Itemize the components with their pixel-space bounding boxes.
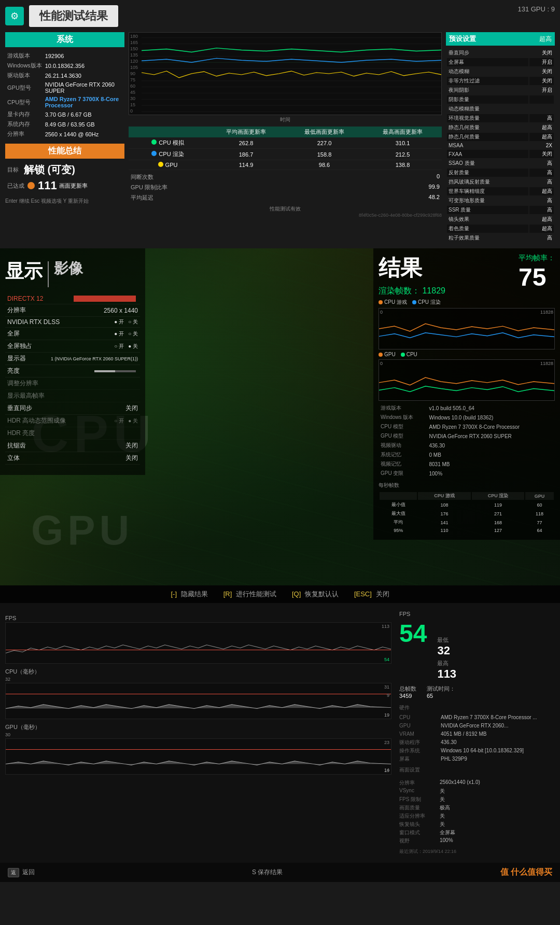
target-row: 目标 解锁 (可变) (5, 162, 124, 178)
table-row: 游戏版本 192906 (6, 51, 123, 60)
fps-min-label: 最低 (437, 636, 456, 644)
per-frame-label: 每秒帧数 (379, 482, 555, 489)
table-row: 挡风玻璃反射质量高 (447, 178, 554, 186)
table-row: 静态几何质量超高 (447, 123, 554, 132)
back-label: 返回 (22, 868, 35, 877)
table-row: 平均 141 168 77 (380, 518, 554, 526)
legend-cpu-2: CPU (407, 352, 417, 357)
table-row: 非等方性过滤关闭 (447, 77, 554, 85)
action-run-test[interactable]: [R] 进行性能测试 (223, 590, 276, 599)
hotkeys: Enter 继续 Esc 视频选项 Y 重新开始 (5, 198, 124, 205)
gs-window-row: 窗口模式 全屏幕 (399, 829, 555, 837)
gpu-max: 138.8 (363, 162, 442, 168)
vsync-menu-item[interactable]: 垂直同步 关闭 (5, 402, 140, 415)
cpu-render-label: CPU 渲染 (159, 151, 184, 157)
legend-cpu-game: CPU 游戏 (384, 299, 407, 306)
back-button[interactable]: 返 返回 (8, 868, 35, 877)
gpu-val: NVIDIA GeForce RTX 2060 SUPER (44, 81, 123, 94)
table-row: CPU 游戏 CPU 渲染 GPU (380, 492, 554, 500)
fps-max-label: 最高 (437, 660, 456, 667)
fps-val-label: 54 (384, 657, 389, 662)
table-row: 阴影质量 (447, 95, 554, 104)
hw-vram-row: VRAM 4051 MB / 8192 MB (399, 730, 555, 738)
fullscreen-menu-item[interactable]: 全屏 ● 开○ 关 (5, 328, 140, 340)
achieved-label: 已达成 (7, 182, 24, 190)
brightness-slider[interactable] (94, 370, 136, 372)
render-count-val: 11829 (422, 286, 445, 295)
table-row: 全屏幕开启 (447, 58, 554, 66)
vsync-menu-val: 关闭 (125, 404, 138, 413)
max-fps-menu-item: 显示最高帧率 (5, 390, 140, 402)
monitor-menu-item[interactable]: 显示器 1 (NVIDIA GeForce RTX 2060 SUPER(1)) (5, 353, 140, 365)
anti-alias-item[interactable]: 抗锯齿 关闭 (5, 440, 140, 452)
directx-label: DIRECTX 12 (7, 295, 43, 302)
gs-fps-key: FPS 限制 (399, 796, 436, 803)
system-info-table: 游戏版本 192906 Windows版本 10.0.18362.356 驱动版… (5, 50, 124, 139)
target-label: 目标 (7, 166, 19, 174)
table-row: 动态模糊质量 (447, 105, 554, 113)
test-time-val: 65 (427, 693, 455, 699)
table-row: 镜头效果超高 (447, 215, 554, 223)
gs-res-row: 分辨率 2560x1440 (x1.0) (399, 779, 555, 787)
cpu-sim-avg: 262.8 (207, 140, 285, 146)
restore-key: [Q] (292, 590, 301, 598)
test-date: 最近测试：2019/9/14 22:16 (399, 848, 555, 855)
gpu-watermark: GPU (31, 507, 133, 554)
fps-main: 54 最低 32 最高 113 (399, 619, 555, 681)
run-label: 进行性能测试 (236, 590, 276, 598)
table-row: 夜间阴影开启 (447, 86, 554, 94)
display-panel: 显示 影像 DIRECTX 12 分辨率 2560 x 1440 NVIDIA … (0, 248, 145, 475)
perf-header: 性能总结 (5, 144, 124, 159)
vram-label: 显卡内存 (6, 110, 43, 119)
exclusive-menu-item[interactable]: 全屏独占 ○ 开● 关 (5, 340, 140, 353)
windows-label: Windows版本 (6, 61, 43, 70)
table-row: GPU 114.9 98.6 138.8 (129, 160, 442, 170)
close-label: 关闭 (376, 590, 389, 598)
cpu-chart-scale: 32 (5, 677, 391, 682)
stereo-item[interactable]: 立体 关闭 (5, 452, 140, 465)
res-label: 分辨率 (6, 130, 43, 138)
table-row: 系统记忆 0 MB (380, 451, 554, 459)
action-hide[interactable]: [-] 隐藏结果 (171, 590, 208, 599)
table-row: 静态几何质量超高 (447, 133, 554, 141)
save-button[interactable]: S 保存结果 (252, 868, 283, 877)
vsync-menu-label: 垂直同步 (7, 404, 32, 413)
fps-min-val: 32 (437, 644, 456, 657)
action-restore[interactable]: [Q] 恢复默认认 (292, 590, 339, 599)
chart-svg (129, 33, 441, 115)
avg-fps-label: 平均帧率： (519, 254, 555, 263)
chart-legend: CPU 游戏 CPU 渲染 (379, 299, 555, 306)
hide-label: 隐藏结果 (181, 590, 208, 598)
dlss-menu-item[interactable]: NVIDIA RTX DLSS ● 开○ 关 (5, 317, 140, 328)
hw-gpu-val: NVIDIA GeForce RTX 2060... (441, 722, 508, 730)
resolution-menu-item[interactable]: 分辨率 2560 x 1440 (5, 304, 140, 317)
center-panel: 180 165 150 135 120 105 90 75 60 45 30 1… (129, 32, 442, 243)
gs-quality-val: 极高 (440, 804, 450, 811)
table-row: 最小值 108 119 60 (380, 501, 554, 509)
hw-monitor-key: 屏幕 (399, 755, 436, 763)
hw-cpu-row: CPU AMD Ryzen 7 3700X 8-Core Processor .… (399, 713, 555, 722)
res-menu-label: 分辨率 (7, 306, 26, 315)
action-close[interactable]: [ESC] 关闭 (354, 590, 389, 599)
vram-val: 3.70 GB / 6.67 GB (44, 110, 123, 119)
table-row: 驱动版本 26.21.14.3630 (6, 71, 123, 80)
result-top: 结果 渲染帧数： 11829 平均帧率： 75 (379, 254, 555, 299)
anti-alias-label: 抗锯齿 (7, 441, 26, 450)
avg-fps-val: 75 (519, 263, 555, 291)
fps-red-line (6, 650, 391, 650)
cpu-max-label: 31 (384, 684, 389, 690)
title-bar: ⚙ 性能测试结果 131 GPU : 9 (5, 5, 555, 27)
table-row: 垂直同步关闭 (447, 49, 554, 57)
hw-os-row: 操作系统 Windows 10 64-bit [10.0.18362.329] (399, 747, 555, 755)
gpu-chart-label: GPU（毫秒） (5, 723, 391, 731)
table-row: MSAA2X (447, 142, 554, 149)
directx-menu-item[interactable]: DIRECTX 12 (5, 293, 140, 304)
yellow-dot (158, 162, 163, 167)
brightness-menu-item[interactable]: 亮度 (5, 365, 140, 377)
fps-min-max: 最低 32 最高 113 (437, 636, 456, 681)
exclusive-label: 全屏独占 (7, 342, 32, 351)
restore-label: 恢复默认认 (305, 590, 339, 598)
interrupt-label: 间断次数 (131, 173, 153, 181)
monitor-menu-val: 1 (NVIDIA GeForce RTX 2060 SUPER(1)) (51, 356, 138, 361)
cpu-label: CPU型号 (6, 95, 43, 109)
